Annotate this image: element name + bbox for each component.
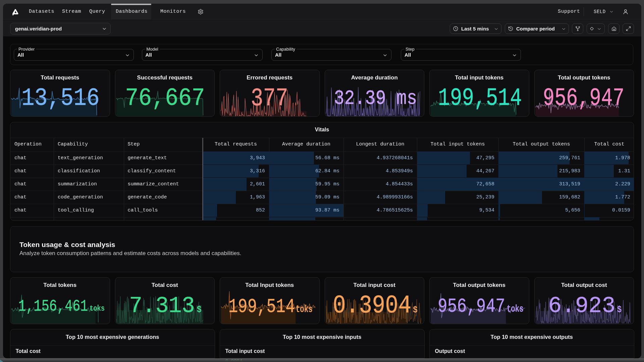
svg-text:1,156,461: 1,156,461	[18, 297, 88, 316]
svg-text:0.3904: 0.3904	[333, 291, 412, 320]
svg-text:76,667: 76,667	[125, 84, 205, 112]
svg-text:377: 377	[251, 84, 288, 113]
svg-text:$: $	[617, 305, 622, 315]
svg-text:199,514: 199,514	[438, 84, 522, 112]
svg-text:956,947: 956,947	[438, 295, 505, 318]
svg-text:6.923: 6.923	[548, 293, 615, 319]
svg-text:956,947: 956,947	[543, 84, 624, 112]
svg-text:32.39 ms: 32.39 ms	[334, 87, 417, 110]
svg-text:7.313: 7.313	[129, 293, 195, 319]
svg-text:toks: toks	[507, 304, 524, 315]
svg-text:$: $	[413, 305, 418, 315]
svg-text:$: $	[197, 305, 202, 315]
svg-text:toks: toks	[296, 304, 313, 315]
svg-text:toks: toks	[90, 304, 105, 313]
svg-text:199,514: 199,514	[228, 295, 295, 318]
svg-text:13,516: 13,516	[21, 84, 100, 112]
